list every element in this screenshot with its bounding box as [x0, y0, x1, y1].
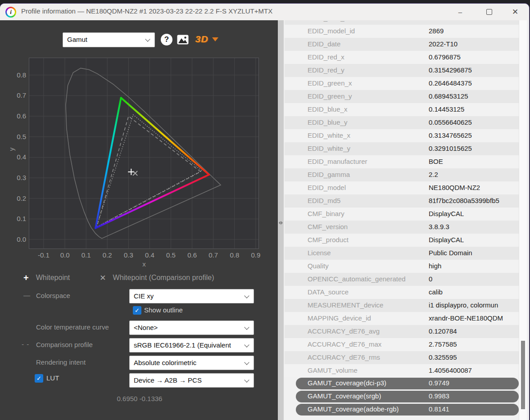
gamut-plot[interactable] — [29, 58, 259, 251]
window-title: Profile information — NE180QDM-NZ2 #1 20… — [21, 7, 272, 15]
row-value: DisplayCAL — [429, 236, 464, 244]
table-row[interactable]: EDID_green_y0.689453125 — [285, 90, 519, 103]
row-key: EDID_green_y — [308, 92, 352, 100]
cursor-coordinates: 0.6950 -0.1336 — [0, 395, 279, 402]
row-key: EDID_gamma — [308, 171, 350, 178]
table-row[interactable]: GAMUT_coverage(dci-p3)0.9749 — [285, 377, 519, 390]
chevron-down-icon — [244, 342, 249, 347]
maximize-button[interactable] — [479, 4, 499, 20]
row-key: EDID_model — [308, 184, 346, 191]
row-key: GAMUT_coverage(dci-p3) — [308, 379, 386, 387]
row-key: EDID_red_x — [308, 53, 344, 61]
x-tick-label: 0.0 — [54, 251, 76, 259]
profile-info-table: EDID_mnft_id2533EDID_model_id2869EDID_da… — [284, 20, 529, 416]
show-outline-row: ✓ Show outline — [0, 305, 270, 319]
minimize-button[interactable]: – — [450, 4, 471, 20]
table-row[interactable]: EDID_white_y0.3291015625 — [285, 142, 519, 155]
save-image-button[interactable] — [177, 35, 189, 45]
y-tick-label: 0.8 — [4, 71, 26, 79]
table-row[interactable]: GAMUT_volume1.4056400087 — [285, 364, 519, 377]
row-key: EDID_white_x — [308, 131, 350, 139]
table-row[interactable]: MAPPING_device_idxrandr-BOE-NE180QDM — [285, 312, 519, 325]
row-key: EDID_mnft_id — [308, 20, 349, 22]
row-value: 3.8.9.3 — [429, 223, 449, 230]
table-row[interactable]: EDID_green_x0.2646484375 — [285, 77, 519, 90]
colorspace-dropdown[interactable]: CIE xy — [129, 289, 254, 303]
table-row[interactable]: EDID_model_id2869 — [285, 25, 519, 38]
table-row[interactable]: CMF_productDisplayCAL — [285, 234, 519, 247]
table-row[interactable]: ACCURACY_dE76_max2.757585 — [285, 338, 519, 351]
table-row[interactable]: Qualityhigh — [285, 260, 519, 273]
table-row[interactable]: EDID_date2022-T10 — [285, 38, 519, 51]
colorspace-label: Colorspace — [36, 292, 70, 299]
dashed-line-icon: - - — [22, 340, 29, 348]
color-temperature-row: Color temperature curve <None> — [0, 321, 270, 334]
row-value: 0.3291015625 — [429, 145, 472, 152]
row-key: MAPPING_device_id — [308, 314, 371, 322]
table-row[interactable]: MEASUREMENT_devicei1 displaypro, colormu… — [285, 299, 519, 312]
table-row[interactable]: EDID_blue_x0.14453125 — [285, 103, 519, 116]
table-row[interactable]: LicensePublic Domain — [285, 247, 519, 260]
row-key: EDID_blue_x — [308, 105, 347, 113]
x-tick-label: 0.8 — [223, 251, 246, 259]
table-row[interactable]: EDID_blue_y0.0556640625 — [285, 116, 519, 129]
table-row[interactable]: EDID_white_x0.3134765625 — [285, 129, 519, 142]
scrollbar-thumb[interactable] — [521, 341, 525, 409]
row-value: calib — [429, 288, 443, 296]
table-row[interactable]: EDID_mnft_id2533 — [285, 20, 519, 25]
rendering-intent-row: Rendering intent Absolute colorimetric — [0, 356, 270, 369]
table-row[interactable]: EDID_red_y0.3154296875 — [285, 64, 519, 77]
profile-info-table-panel: EDID_mnft_id2533EDID_model_id2869EDID_da… — [284, 20, 529, 420]
row-value: DisplayCAL — [429, 210, 464, 217]
solid-line-icon: — — [23, 291, 31, 299]
row-key: ACCURACY_dE76_avg — [308, 327, 380, 335]
row-key: EDID_date — [308, 40, 340, 48]
row-key: GAMUT_coverage(adobe-rgb) — [308, 405, 399, 413]
threed-icon: 3D — [195, 34, 208, 45]
info-icon: i — [5, 7, 16, 18]
comparison-profile-dropdown[interactable]: sRGB IEC61966-2.1 (Equivalent — [129, 338, 254, 352]
colorspace-row: — Colorspace CIE xy — [0, 289, 270, 303]
table-row[interactable]: EDID_red_x0.6796875 — [285, 51, 519, 64]
close-button[interactable]: ✕ — [505, 4, 525, 20]
table-row[interactable]: OPENICC_automatic_generated0 — [285, 273, 519, 286]
row-key: EDID_white_y — [308, 145, 350, 152]
whitepoint-plus-icon: + — [23, 273, 29, 283]
x-tick-label: 0.9 — [245, 251, 267, 259]
table-row[interactable]: CMF_version3.8.9.3 — [285, 221, 519, 234]
row-value: 2533 — [429, 20, 444, 22]
splitter-grip-icon — [278, 220, 284, 226]
row-value: 0.2646484375 — [429, 79, 472, 87]
table-row[interactable]: EDID_modelNE180QDM-NZ2 — [285, 181, 519, 194]
plot-legend: + Whitepoint ✕ Whitepoint (Comparison pr… — [23, 272, 214, 283]
table-row[interactable]: CMF_binaryDisplayCAL — [285, 208, 519, 221]
row-value: 0.9983 — [429, 392, 449, 400]
gamut-panel: Gamut ? 3D 0.00.10.20.30.40.50.60.70.8 -… — [0, 20, 278, 420]
row-value: high — [429, 262, 441, 270]
row-value: 1.4056400087 — [429, 366, 472, 374]
table-row[interactable]: EDID_gamma2.2 — [285, 168, 519, 181]
row-key: ACCURACY_dE76_rms — [308, 353, 380, 361]
lut-checkbox[interactable]: ✓ — [35, 374, 43, 383]
color-temperature-value: <None> — [134, 321, 158, 334]
table-row[interactable]: DATA_sourcecalib — [285, 286, 519, 299]
table-row[interactable]: GAMUT_coverage(srgb)0.9983 — [285, 390, 519, 403]
lut-dropdown[interactable]: Device → A2B → PCS — [129, 373, 254, 388]
table-row[interactable]: ACCURACY_dE76_rms0.325595 — [285, 351, 519, 364]
plot-type-dropdown[interactable]: Gamut — [63, 32, 155, 47]
table-row[interactable]: GAMUT_coverage(adobe-rgb)0.8141 — [285, 403, 519, 416]
row-value: 0.0556640625 — [429, 118, 472, 126]
help-button[interactable]: ? — [161, 34, 172, 45]
color-temperature-dropdown[interactable]: <None> — [129, 321, 254, 335]
threed-view-button[interactable]: 3D — [195, 33, 218, 45]
table-row[interactable]: EDID_md581f7bc2c080a5399bfb5 — [285, 194, 519, 208]
table-row[interactable]: ACCURACY_dE76_avg0.120784 — [285, 325, 519, 338]
show-outline-checkbox[interactable]: ✓ — [133, 306, 141, 315]
color-temperature-label: Color temperature curve — [36, 323, 109, 331]
chevron-down-icon — [145, 36, 150, 41]
x-tick-label: 0.5 — [160, 251, 182, 259]
rendering-intent-dropdown[interactable]: Absolute colorimetric — [129, 356, 254, 370]
table-row[interactable]: EDID_manufacturerBOE — [285, 155, 519, 168]
vertical-scrollbar[interactable] — [519, 20, 527, 420]
panel-splitter[interactable] — [278, 20, 284, 420]
